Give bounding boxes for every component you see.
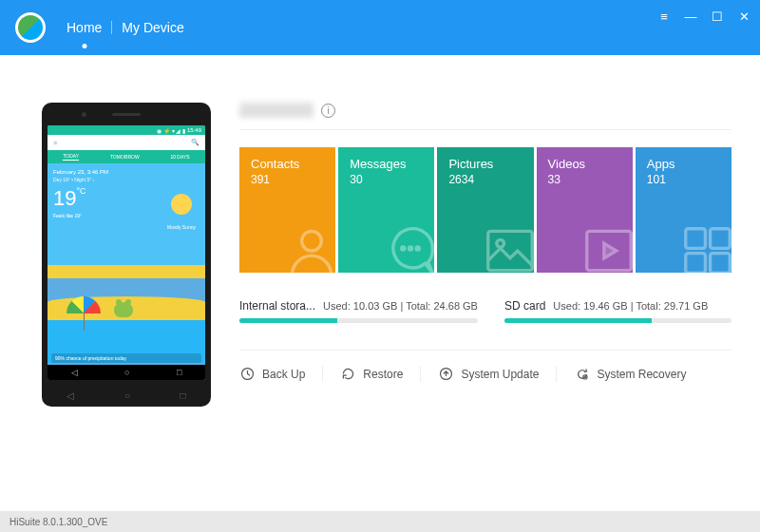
tile-apps[interactable]: Apps101 — [636, 147, 732, 273]
sun-icon — [171, 194, 192, 215]
close-button[interactable]: ✕ — [735, 8, 752, 25]
svg-rect-4 — [487, 231, 532, 270]
minimize-button[interactable]: — — [682, 8, 699, 25]
version-label: HiSuite 8.0.1.300_OVE — [10, 517, 107, 527]
sd-storage: SD card Used: 19.46 GB | Total: 29.71 GB — [504, 299, 732, 323]
update-icon — [438, 366, 454, 382]
menu-button[interactable]: ≡ — [656, 8, 673, 25]
tile-contacts[interactable]: Contacts391 — [239, 147, 335, 273]
device-preview: ◉ ⚡ ▾ ◢ ▮15:49 ≡🔍 TODAYTOMORROW10 DAYS F… — [42, 103, 211, 407]
svg-point-2 — [409, 247, 412, 250]
precip-banner: 90% chance of precipitation today — [51, 353, 201, 363]
device-name — [239, 103, 314, 118]
phone-tabs: TODAYTOMORROW10 DAYS — [48, 150, 205, 163]
weather-condition: Mostly Sunny — [167, 224, 196, 230]
svg-rect-10 — [711, 254, 731, 273]
svg-point-1 — [402, 247, 405, 250]
svg-point-5 — [496, 239, 504, 247]
tile-videos[interactable]: Videos33 — [537, 147, 633, 273]
svg-rect-9 — [686, 254, 706, 273]
maximize-button[interactable]: ☐ — [709, 8, 726, 25]
phone-search-bar: ≡🔍 — [48, 135, 205, 150]
titlebar: Home My Device ≡ — ☐ ✕ — [0, 0, 760, 55]
tile-messages[interactable]: Messages30 — [338, 147, 434, 273]
svg-point-3 — [417, 247, 420, 250]
tile-pictures[interactable]: Pictures2634 — [437, 147, 533, 273]
svg-point-0 — [302, 231, 322, 251]
system-update-button[interactable]: System Update — [420, 366, 556, 382]
phone-nav-bar: ◁○□ — [48, 365, 205, 380]
app-logo — [15, 12, 46, 43]
backup-icon — [239, 366, 256, 382]
system-recovery-button[interactable]: System Recovery — [556, 366, 703, 382]
restore-button[interactable]: Restore — [322, 366, 420, 382]
nav-my-device[interactable]: My Device — [112, 20, 193, 35]
info-icon[interactable]: i — [321, 104, 335, 118]
phone-status-bar: ◉ ⚡ ▾ ◢ ▮15:49 — [48, 125, 205, 135]
weather-hilow: Day 19° • Night 5° ↓ — [53, 177, 200, 182]
restore-icon — [340, 366, 356, 382]
weather-date: February 23, 3:46 PM — [53, 169, 200, 175]
recovery-icon — [574, 366, 590, 382]
phone-soft-keys: ◁○□ — [42, 390, 211, 401]
frog-icon — [114, 302, 133, 317]
backup-button[interactable]: Back Up — [239, 366, 322, 382]
category-tiles: Contacts391Messages30Pictures2634Videos3… — [239, 147, 732, 273]
status-bar: HiSuite 8.0.1.300_OVE — [0, 511, 760, 532]
svg-rect-8 — [711, 229, 731, 249]
internal-storage: Internal stora... Used: 10.03 GB | Total… — [239, 299, 478, 323]
svg-rect-7 — [686, 229, 706, 249]
nav-home[interactable]: Home — [57, 20, 111, 35]
